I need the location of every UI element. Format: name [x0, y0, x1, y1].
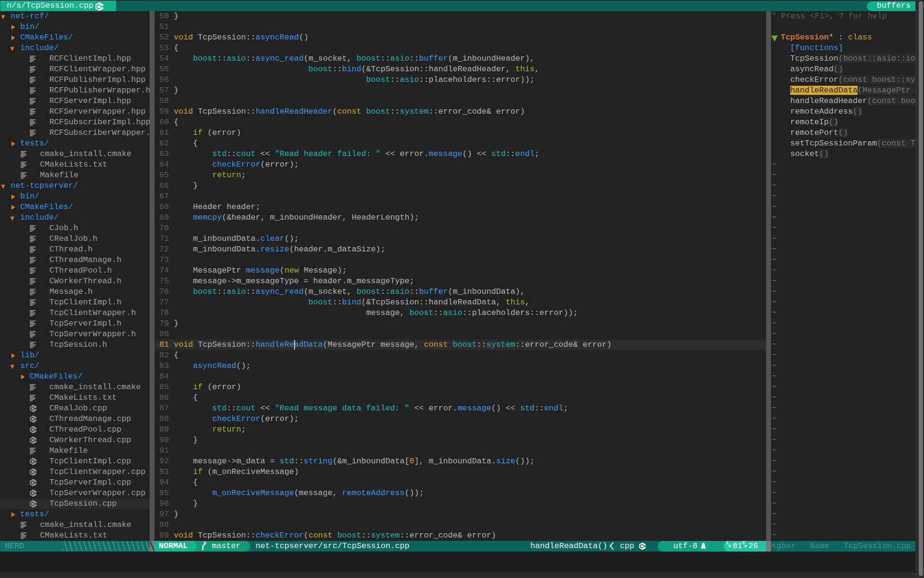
svg-text:C: C	[96, 3, 101, 11]
